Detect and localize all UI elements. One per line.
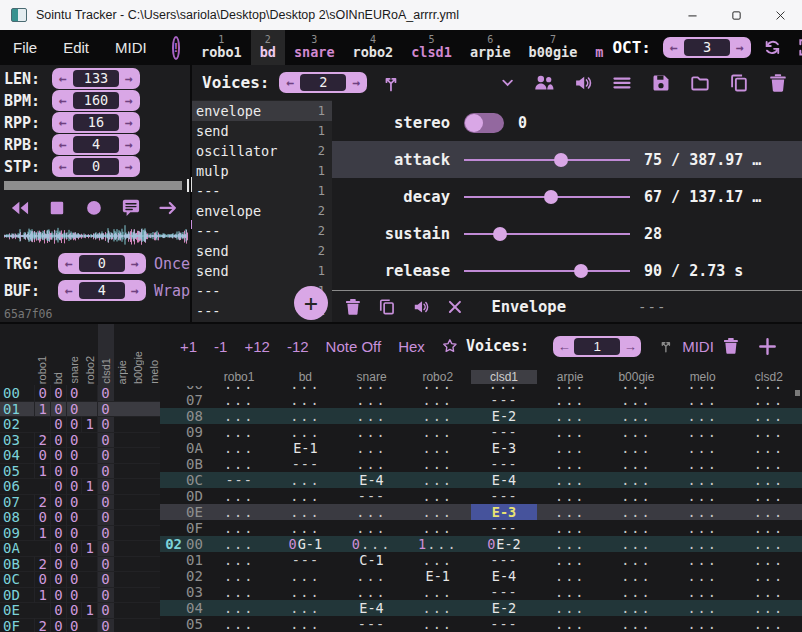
note-cell[interactable]: ... <box>272 520 338 536</box>
pattern-row-02[interactable]: 02.........E-1E-4............ <box>160 568 802 584</box>
order-cell[interactable]: 0 <box>97 478 113 494</box>
note-cell[interactable]: ... <box>405 472 471 488</box>
slider-knob[interactable] <box>574 264 588 278</box>
order-cell[interactable]: 0 <box>97 556 113 572</box>
note-cell[interactable]: ... <box>405 600 471 616</box>
note-cell[interactable]: ... <box>537 472 603 488</box>
order-row-06[interactable]: 060010 <box>0 479 160 495</box>
order-cell[interactable]: 0 <box>66 494 82 510</box>
note-cell[interactable]: ... <box>405 504 471 520</box>
note-cell[interactable]: ... <box>206 408 272 424</box>
note-cell[interactable]: ... <box>537 568 603 584</box>
note-cell[interactable]: ... <box>670 424 736 440</box>
note-cell[interactable]: ... <box>736 456 802 472</box>
note-cell[interactable]: ... <box>736 424 802 440</box>
order-cell[interactable]: 0 <box>97 494 113 510</box>
stepper-decrement-icon[interactable]: ← <box>53 90 73 111</box>
order-cell[interactable]: 0 <box>66 447 82 463</box>
note-cell[interactable]: ... <box>405 552 471 568</box>
stepper-decrement-icon[interactable]: ← <box>59 253 79 274</box>
note-cell[interactable]: ... <box>537 392 603 408</box>
stepper-bpm[interactable]: ←160→ <box>52 90 140 111</box>
unit-row-mulp[interactable]: mulp1 <box>192 161 332 181</box>
stepper-increment-icon[interactable]: → <box>119 90 139 111</box>
note-cell[interactable]: ... <box>405 424 471 440</box>
order-cell[interactable]: 1 <box>34 463 50 479</box>
param-slider-decay[interactable] <box>464 196 630 198</box>
note-cell[interactable]: ... <box>537 504 603 520</box>
order-cell[interactable]: 0 <box>50 602 66 618</box>
order-cell[interactable]: 2 <box>34 618 50 632</box>
note-cell[interactable]: E-3 <box>471 504 537 520</box>
stepper-increment-icon[interactable]: → <box>125 280 145 301</box>
pattern-row-05[interactable]: 05......---...---............ <box>160 616 802 632</box>
order-cell[interactable]: 0 <box>50 618 66 632</box>
note-cell[interactable]: ... <box>206 552 272 568</box>
note-cell[interactable]: ... <box>736 520 802 536</box>
note-cell[interactable]: ... <box>736 600 802 616</box>
note-cell[interactable]: ... <box>670 472 736 488</box>
note-cell[interactable]: ... <box>603 456 669 472</box>
stepper-increment-icon[interactable]: → <box>119 112 139 133</box>
pattern-row-07[interactable]: 07............---............ <box>160 392 802 408</box>
note-cell[interactable]: ... <box>272 472 338 488</box>
midi-button[interactable]: MIDI <box>682 338 714 355</box>
menu-midi[interactable]: MIDI <box>102 39 160 56</box>
pattern-row-08[interactable]: 08............E-2............ <box>160 408 802 424</box>
order-cell[interactable]: 0 <box>66 556 82 572</box>
param-row-stereo[interactable]: stereo0 <box>332 104 802 141</box>
order-cell[interactable]: 0 <box>97 571 113 587</box>
trigger-stepper[interactable]: ←0→ <box>58 253 146 274</box>
unit-row-send[interactable]: send1 <box>192 121 332 141</box>
toolbar-button-+12[interactable]: +12 <box>244 338 269 355</box>
note-cell[interactable]: ... <box>670 520 736 536</box>
order-cell[interactable]: 0 <box>50 385 66 401</box>
param-row-decay[interactable]: decay67 / 137.17 … <box>332 178 802 215</box>
track-header-clsd1[interactable]: clsd1 <box>471 370 537 384</box>
note-cell[interactable]: --- <box>338 616 404 632</box>
order-cell[interactable]: 0 <box>66 571 82 587</box>
note-cell[interactable]: E-4 <box>338 600 404 616</box>
order-row-09[interactable]: 091000 <box>0 526 160 542</box>
order-cell[interactable]: 2 <box>34 556 50 572</box>
note-cell[interactable]: --- <box>272 552 338 568</box>
order-cell[interactable]: 0 <box>50 478 66 494</box>
note-cell[interactable]: ... <box>272 408 338 424</box>
note-cell[interactable]: ... <box>338 568 404 584</box>
note-cell[interactable]: ... <box>206 424 272 440</box>
unit-row-envelope[interactable]: envelope2 <box>192 201 332 221</box>
scrollbar-thumb[interactable] <box>795 390 800 396</box>
copy-icon[interactable] <box>378 298 396 316</box>
track-header-arpie[interactable]: arpie <box>537 370 603 384</box>
note-cell[interactable]: ... <box>206 600 272 616</box>
pattern-row-0C[interactable]: 0C---...E-4...E-4............ <box>160 472 802 488</box>
pattern-row-00[interactable]: 0200...0G-10...1...0E-2............ <box>160 536 802 552</box>
order-row-00[interactable]: 000000 <box>0 386 160 402</box>
order-cell[interactable]: 0 <box>97 416 113 432</box>
note-cell[interactable]: ... <box>537 440 603 456</box>
order-col-header-bd[interactable]: bd <box>50 326 66 384</box>
order-cell[interactable]: 0 <box>34 509 50 525</box>
unit-row-send[interactable]: send1 <box>192 261 332 281</box>
tab-robo2[interactable]: 4robo2 <box>344 30 403 65</box>
song-progress-bar[interactable] <box>4 181 182 190</box>
tab-bd[interactable]: 2bd <box>251 30 285 65</box>
stepper-decrement-icon[interactable]: ← <box>280 72 300 93</box>
order-row-0B[interactable]: 0B2000 <box>0 557 160 573</box>
copy-icon[interactable] <box>729 73 749 93</box>
order-cell[interactable]: 0 <box>97 447 113 463</box>
stepper-stp[interactable]: ←0→ <box>52 156 140 177</box>
note-cell[interactable]: --- <box>471 488 537 504</box>
tab-robo1[interactable]: 1robo1 <box>192 30 251 65</box>
note-cell[interactable]: ... <box>338 584 404 600</box>
order-row-0D[interactable]: 0D1000 <box>0 588 160 604</box>
plus-icon[interactable] <box>757 336 778 357</box>
unit-row-send[interactable]: send2 <box>192 241 332 261</box>
note-cell[interactable]: ... <box>670 584 736 600</box>
order-cell[interactable]: 0 <box>66 587 82 603</box>
track-header-robo2[interactable]: robo2 <box>405 370 471 384</box>
note-cell[interactable]: ... <box>206 488 272 504</box>
close-icon[interactable] <box>758 0 802 30</box>
order-row-02[interactable]: 020010 <box>0 417 160 433</box>
unit-row-empty[interactable]: ---1 <box>192 181 332 201</box>
